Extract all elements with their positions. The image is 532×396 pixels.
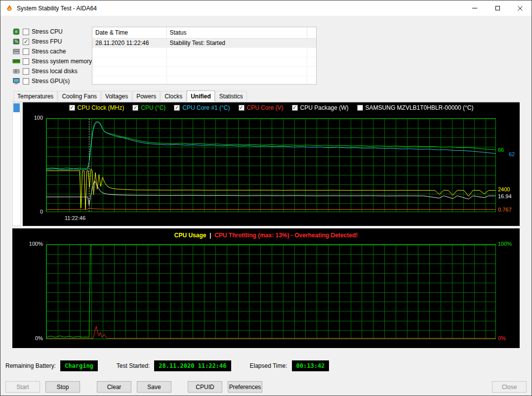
fpu-chip-icon: % <box>12 38 20 45</box>
tab-unified[interactable]: Unified <box>187 90 215 102</box>
log-cell-datetime <box>92 47 166 57</box>
log-table-header-row: Date & TimeStatus <box>92 27 316 38</box>
stress-option-label: Stress cache <box>32 48 66 55</box>
usage-title-part: CPU Throttling (max: 13%) - Overheating … <box>214 232 358 239</box>
legend-label: CPU Core #1 (°C) <box>182 104 230 111</box>
close-icon <box>518 6 523 11</box>
system-stability-test-window: System Stability Test - AIDA64 Stress CP… <box>0 0 532 396</box>
stress-options: Stress CPU%✓Stress FPUStress cacheStress… <box>12 27 92 85</box>
close-button[interactable] <box>509 0 532 16</box>
legend-checkbox[interactable]: ✓ <box>292 105 298 111</box>
svg-text:%: % <box>14 40 18 44</box>
stress-option-stress-cpu[interactable]: Stress CPU <box>12 27 92 37</box>
log-row[interactable] <box>92 47 316 57</box>
stress-fpu-checkbox[interactable]: ✓ <box>23 39 29 45</box>
column-header-status[interactable]: Status <box>166 27 307 38</box>
log-cell-status <box>166 47 307 57</box>
legend-item-cpu-clock-mhz[interactable]: ✓CPU Clock (MHz) <box>69 104 124 111</box>
legend-checkbox[interactable]: ✓ <box>239 105 245 111</box>
cpuid-button[interactable]: CPUID <box>188 381 222 393</box>
usage-y-min-left: 0% <box>12 335 43 341</box>
series-value-label: 0.767 <box>498 207 512 213</box>
titlebar: System Stability Test - AIDA64 <box>0 0 532 16</box>
stress-option-stress-fpu[interactable]: %✓Stress FPU <box>12 37 92 46</box>
stress-local-disks-checkbox[interactable] <box>23 68 29 75</box>
log-row[interactable] <box>92 57 316 66</box>
log-table: Date & TimeStatus 28.11.2020 11:22:46Sta… <box>92 27 317 85</box>
column-header-date-time[interactable]: Date & Time <box>92 27 166 38</box>
log-row[interactable] <box>92 76 316 85</box>
window-title: System Stability Test - AIDA64 <box>17 5 97 12</box>
stop-button[interactable]: Stop <box>45 381 80 393</box>
legend-checkbox[interactable]: ✓ <box>132 105 138 111</box>
series-cpu-clock-mhz <box>46 169 495 210</box>
stress-option-label: Stress system memory <box>32 58 92 65</box>
legend-checkbox[interactable] <box>357 105 363 111</box>
tab-strip: TemperaturesCooling FansVoltagesPowersCl… <box>12 91 520 102</box>
sensor-chart-row: ✓CPU Clock (MHz)✓CPU (°C)✓CPU Core #1 (°… <box>12 102 520 226</box>
legend-checkbox[interactable]: ✓ <box>174 105 180 111</box>
tab-temperatures[interactable]: Temperatures <box>13 91 57 101</box>
legend-item-cpu-c[interactable]: ✓CPU (°C) <box>132 104 165 111</box>
legend-checkbox[interactable]: ✓ <box>69 105 75 111</box>
series-cpu-core-v <box>46 208 495 210</box>
usage-chart-plot <box>46 244 496 339</box>
chart-vertical-scrollbar[interactable] <box>12 102 21 226</box>
log-row[interactable]: 28.11.2020 11:22:46Stability Test: Start… <box>92 38 316 47</box>
preferences-button[interactable]: Preferences <box>228 381 262 393</box>
test-started-label: Test Started: <box>117 362 150 369</box>
start-button[interactable]: Start <box>5 381 40 393</box>
maximize-icon <box>495 6 500 10</box>
stress-system-memory-checkbox[interactable] <box>23 58 29 65</box>
minimize-button[interactable] <box>463 0 486 16</box>
status-bar: Remaining Battery: Charging Test Started… <box>5 360 527 371</box>
series-value-label: 2400 <box>498 186 510 192</box>
stress-option-stress-gpu-s[interactable]: Stress GPU(s) <box>12 76 92 86</box>
stress-option-stress-cache[interactable]: Stress cache <box>12 46 92 56</box>
log-cell-status: Stability Test: Started <box>166 38 307 47</box>
stress-option-stress-local-disks[interactable]: Stress local disks <box>12 66 92 76</box>
stress-option-stress-system-memory[interactable]: Stress system memory <box>12 56 92 66</box>
scrollbar-thumb[interactable] <box>13 103 20 112</box>
y-axis-min-label: 0 <box>23 209 43 215</box>
legend-item-cpu-package-w[interactable]: ✓CPU Package (W) <box>292 104 349 111</box>
legend-label: CPU Core (V) <box>247 104 284 111</box>
tab-voltages[interactable]: Voltages <box>101 91 132 101</box>
tab-cooling-fans[interactable]: Cooling Fans <box>58 91 101 101</box>
sensor-chart-svg <box>46 119 495 212</box>
battery-label: Remaining Battery: <box>5 362 56 369</box>
legend-item-cpu-core-v[interactable]: ✓CPU Core (V) <box>239 104 284 111</box>
stress-cache-checkbox[interactable] <box>23 48 29 55</box>
save-button[interactable]: Save <box>137 381 171 393</box>
test-started-value: 28.11.2020 11:22:46 <box>154 360 231 371</box>
cpu-chip-icon <box>12 28 20 36</box>
tab-clocks[interactable]: Clocks <box>161 91 186 101</box>
battery-value: Charging <box>60 360 98 371</box>
series-cpu-c <box>46 122 495 169</box>
series-value-label: 66 <box>498 147 504 153</box>
legend-label: SAMSUNG MZVLB1T0HBLR-00000 (°C) <box>366 104 474 111</box>
log-cell-status <box>166 76 307 85</box>
column-header-gutter <box>307 27 316 38</box>
tab-powers[interactable]: Powers <box>132 91 160 101</box>
stress-cpu-checkbox[interactable] <box>23 29 29 35</box>
maximize-button[interactable] <box>486 0 509 16</box>
log-cell-status <box>166 57 307 66</box>
stress-option-label: Stress FPU <box>32 38 62 45</box>
log-table-body: 28.11.2020 11:22:46Stability Test: Start… <box>92 38 316 85</box>
log-cell-datetime <box>92 76 166 85</box>
usage-title-part: CPU Usage <box>174 232 206 239</box>
aida64-flame-icon <box>5 4 13 12</box>
stress-gpu-s-checkbox[interactable] <box>23 78 29 85</box>
tab-statistics[interactable]: Statistics <box>215 91 247 101</box>
legend-item-samsung-mzvlb1t0hblr-00000-c[interactable]: SAMSUNG MZVLB1T0HBLR-00000 (°C) <box>357 104 474 111</box>
log-row[interactable] <box>92 66 316 76</box>
clear-button[interactable]: Clear <box>97 381 131 393</box>
close-button[interactable]: Close <box>492 381 527 393</box>
legend-item-cpu-core-1-c[interactable]: ✓CPU Core #1 (°C) <box>174 104 230 111</box>
elapsed-time-value: 00:13:42 <box>292 360 329 371</box>
usage-chart-svg <box>46 245 495 339</box>
log-cell-datetime <box>92 66 166 76</box>
usage-chart-title: CPU Usage | CPU Throttling (max: 13%) - … <box>12 232 520 239</box>
log-cell-status <box>166 66 307 76</box>
